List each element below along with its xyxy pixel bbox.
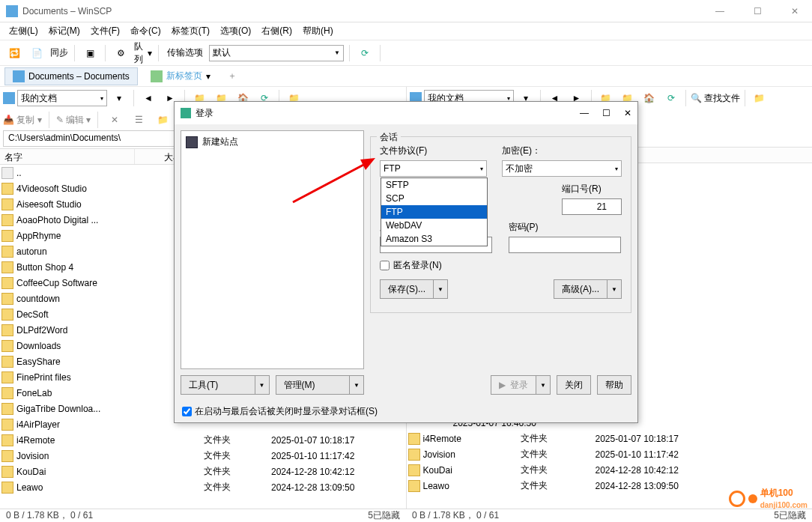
bookmark-icon[interactable]: 📁: [750, 88, 769, 108]
login-button[interactable]: ▶ 登录: [491, 375, 536, 395]
anon-checkbox[interactable]: [380, 261, 390, 270]
login-title-text: 登录: [196, 107, 213, 120]
protocol-option[interactable]: WebDAV: [381, 219, 487, 232]
menu-item[interactable]: 标签页(T): [167, 23, 214, 39]
password-label: 密码(P): [509, 221, 622, 234]
transfer-label: 传输选项: [164, 46, 206, 59]
folder-icon: [3, 92, 15, 104]
menu-item[interactable]: 左侧(L): [4, 23, 43, 39]
folder-icon: [13, 70, 25, 82]
refresh-icon[interactable]: ⟳: [355, 43, 375, 63]
protocol-option[interactable]: SFTP: [381, 178, 487, 192]
refresh-icon[interactable]: ⟳: [661, 88, 681, 108]
main-toolbar: 🔁 📄 同步 ▣ ⚙ 队列 ▾ 传输选项 默认▼ ⟳: [0, 40, 812, 66]
protocol-label: 文件协议(F): [380, 145, 487, 157]
encryption-combo[interactable]: 不加密▾: [502, 160, 622, 177]
manage-button[interactable]: 管理(M): [276, 375, 350, 395]
login-min-button[interactable]: —: [580, 108, 589, 118]
port-label: 端口号(R): [562, 183, 622, 195]
app-icon: [6, 5, 18, 17]
protocol-dropdown[interactable]: SFTPSCPFTPWebDAVAmazon S3: [381, 177, 488, 246]
encryption-label: 加密(E)：: [502, 145, 622, 157]
list-item[interactable]: KouDai文件夹2024-12-28 10:42:12: [0, 464, 406, 479]
list-item[interactable]: Leawo文件夹2024-12-28 13:09:50: [0, 479, 406, 495]
statusbar: 0 B / 1.78 KB， 0 / 615已隐藏 0 B / 1.78 KB，…: [0, 509, 812, 522]
copy-button[interactable]: 📥 复制 ▾: [3, 114, 42, 127]
window-title: Documents – WinSCP: [22, 6, 112, 16]
manage-dropdown[interactable]: ▼: [349, 375, 364, 395]
compare-icon[interactable]: 📄: [27, 43, 46, 63]
minimize-button[interactable]: —: [709, 6, 731, 16]
protocol-combo[interactable]: FTP▾ SFTPSCPFTPWebDAVAmazon S3: [380, 160, 487, 177]
menu-item[interactable]: 文件(F): [86, 23, 124, 39]
login-max-button[interactable]: ☐: [602, 108, 610, 118]
add-tab-button[interactable]: ＋: [223, 70, 241, 82]
save-dropdown[interactable]: ▼: [433, 279, 448, 299]
delete-icon[interactable]: ✕: [105, 110, 124, 130]
find-button[interactable]: 🔍 查找文件: [691, 92, 740, 105]
maximize-button[interactable]: ☐: [746, 6, 769, 16]
password-input[interactable]: [509, 237, 621, 253]
protocol-option[interactable]: Amazon S3: [381, 232, 487, 246]
protocol-option[interactable]: FTP: [381, 205, 487, 219]
menubar: 左侧(L)标记(M)文件(F)命令(C)标签页(T)选项(O)右侧(R)帮助(H…: [0, 22, 812, 40]
list-item[interactable]: Jovision文件夹2025-01-10 11:17:42: [407, 446, 813, 462]
login-close-button[interactable]: ✕: [624, 108, 631, 118]
settings-icon[interactable]: ⚙: [111, 43, 130, 63]
left-status-hidden: 5已隐藏: [368, 509, 400, 522]
anon-label[interactable]: 匿名登录(N): [393, 259, 442, 272]
new-site-item[interactable]: 新建站点: [184, 134, 360, 150]
menu-item[interactable]: 选项(O): [216, 23, 255, 39]
list-item[interactable]: Jovision文件夹2025-01-10 11:17:42: [0, 448, 406, 464]
watermark: 单机100danji100.com: [729, 487, 808, 510]
save-button[interactable]: 保存(S)...: [380, 279, 433, 299]
port-input[interactable]: [562, 198, 622, 215]
sync-toggle[interactable]: 同步: [49, 43, 69, 63]
menu-item[interactable]: 帮助(H): [298, 23, 338, 39]
transfer-combo[interactable]: 默认▼: [209, 45, 344, 61]
menu-item[interactable]: 右侧(R): [257, 23, 297, 39]
close-dialog-button[interactable]: 关闭: [557, 375, 591, 395]
show-on-start-label[interactable]: 在启动与最后会话被关闭时显示登录对话框(S): [195, 405, 378, 418]
sync-icon[interactable]: 🔁: [4, 43, 24, 63]
back-icon[interactable]: ◄: [139, 88, 158, 108]
show-on-start-checkbox[interactable]: [182, 407, 192, 416]
home-icon[interactable]: 🏠: [640, 88, 659, 108]
edit-button[interactable]: ✎ 编辑 ▾: [56, 114, 91, 127]
tools-dropdown[interactable]: ▼: [255, 375, 270, 395]
login-dialog: 登录 — ☐ ✕ 新建站点 工具(T)▼ 管理(M)▼ 会话: [174, 101, 638, 423]
close-button[interactable]: ✕: [784, 6, 806, 16]
tools-button[interactable]: 工具(T): [181, 375, 255, 395]
tab-documents[interactable]: Documents – Documents: [4, 67, 138, 85]
right-status-hidden: 5已隐藏: [774, 509, 806, 522]
session-group-label: 会话: [377, 131, 401, 144]
protocol-option[interactable]: SCP: [381, 192, 487, 205]
login-dropdown[interactable]: ▼: [536, 375, 551, 395]
left-status-sel: 0 B / 1.78 KB， 0 / 61: [6, 509, 93, 522]
titlebar: Documents – WinSCP — ☐ ✕: [0, 0, 812, 22]
login-icon: [181, 108, 191, 118]
tabbar: Documents – Documents 新标签页 ▾ ＋: [0, 66, 812, 87]
props-icon[interactable]: ☰: [129, 110, 148, 130]
list-item[interactable]: i4Remote文件夹2025-01-07 10:18:17: [407, 431, 813, 446]
terminal-icon[interactable]: ▣: [80, 43, 100, 63]
advanced-button[interactable]: 高级(A)...: [554, 279, 607, 299]
site-list[interactable]: 新建站点: [181, 130, 364, 369]
advanced-dropdown[interactable]: ▼: [607, 279, 622, 299]
list-item[interactable]: i4Remote文件夹2025-01-07 10:18:17: [0, 432, 406, 448]
help-button[interactable]: 帮助: [597, 375, 631, 395]
list-item[interactable]: KouDai文件夹2024-12-28 10:42:12: [407, 462, 813, 478]
newfolder-icon[interactable]: 📁: [153, 110, 172, 130]
tab-new[interactable]: 新标签页 ▾: [142, 67, 219, 85]
queue-button[interactable]: 队列 ▾: [133, 43, 153, 63]
new-tab-icon: [151, 70, 163, 82]
filter-icon[interactable]: ▾: [109, 88, 129, 108]
login-titlebar: 登录 — ☐ ✕: [175, 102, 637, 124]
menu-item[interactable]: 命令(C): [126, 23, 166, 39]
right-status-sel: 0 B / 1.78 KB， 0 / 61: [412, 509, 499, 522]
left-location-combo[interactable]: 我的文档▾: [17, 90, 107, 106]
menu-item[interactable]: 标记(M): [44, 23, 85, 39]
monitor-icon: [186, 136, 198, 148]
